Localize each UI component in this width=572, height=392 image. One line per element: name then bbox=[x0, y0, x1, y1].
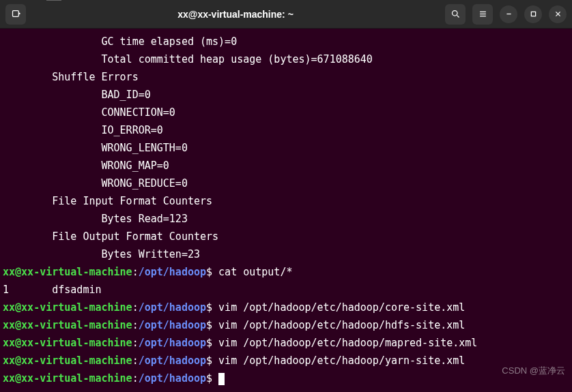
tab-indicator bbox=[46, 0, 61, 1]
prompt-path: /opt/hadoop bbox=[139, 355, 206, 367]
terminal-line: Bytes Written=23 bbox=[3, 245, 569, 263]
terminal-line: WRONG_REDUCE=0 bbox=[3, 175, 569, 192]
command-text: vim /opt/hadoop/etc/hadoop/core-site.xml bbox=[218, 301, 465, 314]
minimize-button[interactable] bbox=[500, 5, 517, 23]
terminal-line: WRONG_MAP=0 bbox=[3, 157, 569, 175]
prompt-user-host: xx@xx-virtual-machine bbox=[3, 319, 132, 331]
svg-rect-9 bbox=[531, 12, 535, 16]
new-tab-button[interactable] bbox=[5, 4, 26, 25]
terminal-line: Bytes Read=123 bbox=[3, 210, 569, 228]
terminal-line: 1 dfsadmin bbox=[3, 281, 569, 299]
svg-point-3 bbox=[452, 11, 457, 16]
prompt-user-host: xx@xx-virtual-machine bbox=[3, 266, 132, 278]
prompt-user-host: xx@xx-virtual-machine bbox=[3, 301, 132, 314]
prompt-user-host: xx@xx-virtual-machine bbox=[3, 337, 132, 349]
terminal-line: BAD_ID=0 bbox=[3, 86, 569, 104]
command-text: vim /opt/hadoop/etc/hadoop/yarn-site.xml bbox=[218, 355, 465, 367]
close-button[interactable] bbox=[549, 5, 567, 23]
svg-line-4 bbox=[457, 15, 459, 17]
terminal-pane[interactable]: GC time elapsed (ms)=0 Total committed h… bbox=[0, 29, 572, 392]
prompt-path: /opt/hadoop bbox=[139, 337, 206, 349]
cursor-block bbox=[218, 373, 225, 385]
prompt-path: /opt/hadoop bbox=[139, 301, 206, 314]
terminal-line: xx@xx-virtual-machine:/opt/hadoop$ bbox=[3, 370, 569, 387]
command-text: vim /opt/hadoop/etc/hadoop/hdfs-site.xml bbox=[218, 319, 465, 331]
terminal-line: Total committed heap usage (bytes)=67108… bbox=[3, 50, 569, 68]
window-title: xx@xx-virtual-machine: ~ bbox=[30, 9, 441, 20]
svg-rect-0 bbox=[12, 11, 18, 17]
terminal-line: CONNECTION=0 bbox=[3, 104, 569, 121]
terminal-line: xx@xx-virtual-machine:/opt/hadoop$ vim /… bbox=[3, 299, 569, 316]
terminal-line: IO_ERROR=0 bbox=[3, 121, 569, 139]
prompt-path: /opt/hadoop bbox=[139, 266, 206, 278]
command-text: cat output/* bbox=[218, 266, 292, 278]
terminal-line: xx@xx-virtual-machine:/opt/hadoop$ vim /… bbox=[3, 352, 569, 370]
terminal-line: Shuffle Errors bbox=[3, 68, 569, 86]
search-button[interactable] bbox=[445, 4, 466, 25]
terminal-line: File Output Format Counters bbox=[3, 228, 569, 245]
command-text: vim /opt/hadoop/etc/hadoop/mapred-site.x… bbox=[218, 337, 477, 349]
prompt-path: /opt/hadoop bbox=[139, 319, 206, 331]
terminal-line: File Input Format Counters bbox=[3, 192, 569, 210]
maximize-button[interactable] bbox=[524, 5, 542, 23]
prompt-user-host: xx@xx-virtual-machine bbox=[3, 372, 132, 385]
prompt-path: /opt/hadoop bbox=[139, 372, 206, 385]
terminal-line: xx@xx-virtual-machine:/opt/hadoop$ vim /… bbox=[3, 334, 569, 352]
window-titlebar: xx@xx-virtual-machine: ~ bbox=[0, 0, 572, 29]
terminal-line: WRONG_LENGTH=0 bbox=[3, 139, 569, 157]
terminal-line: xx@xx-virtual-machine:/opt/hadoop$ vim /… bbox=[3, 316, 569, 334]
prompt-user-host: xx@xx-virtual-machine bbox=[3, 355, 132, 367]
terminal-line: xx@xx-virtual-machine:/opt/hadoop$ cat o… bbox=[3, 263, 569, 281]
hamburger-menu-button[interactable] bbox=[472, 4, 493, 25]
terminal-line: GC time elapsed (ms)=0 bbox=[3, 33, 569, 50]
